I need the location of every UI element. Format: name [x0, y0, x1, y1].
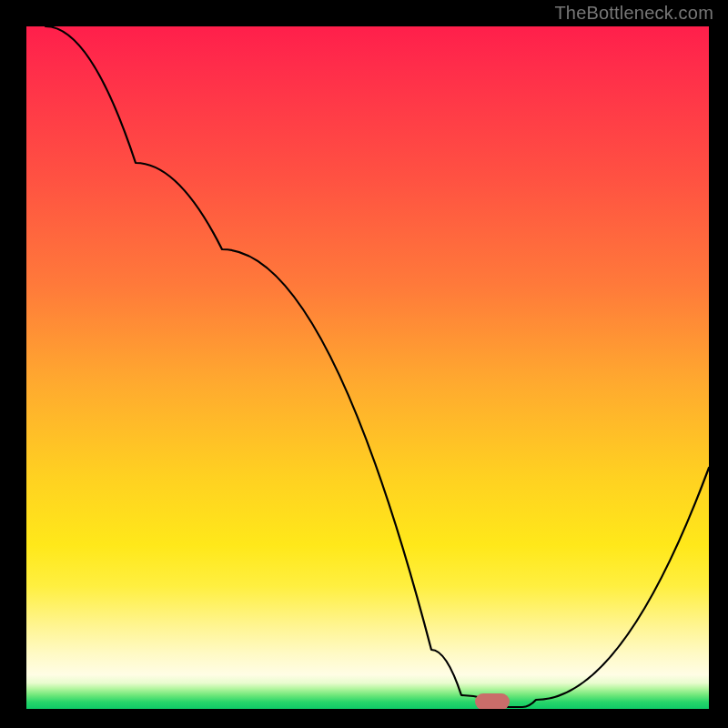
optimal-marker — [475, 693, 510, 709]
plot-area — [26, 26, 709, 709]
watermark-text: TheBottleneck.com — [554, 0, 713, 25]
plot-border — [23, 23, 713, 713]
curve-path — [46, 26, 709, 707]
bottleneck-curve — [26, 26, 709, 709]
chart-frame: TheBottleneck.com — [0, 0, 728, 728]
